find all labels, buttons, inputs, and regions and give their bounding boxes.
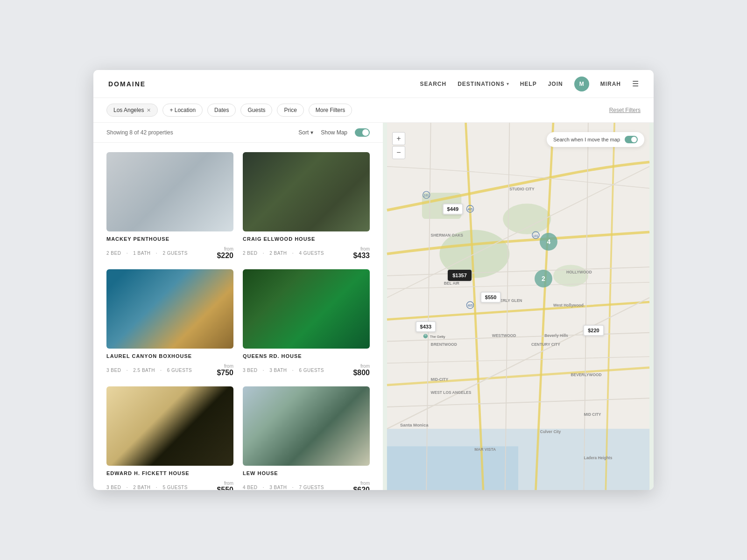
property-image-craig <box>243 152 370 231</box>
price-marker-p1[interactable]: $449 <box>443 203 463 215</box>
beds-edward: 3 BED <box>106 485 121 490</box>
property-title-craig: CRAIG ELLWOOD HOUSE <box>243 236 315 242</box>
app-window: DOMAINE SEARCH DESTINATIONS ▾ HELP JOIN … <box>93 70 654 490</box>
svg-rect-6 <box>387 446 518 490</box>
svg-text:CENTURY CITY: CENTURY CITY <box>531 342 560 347</box>
add-location-label: + Location <box>169 107 196 113</box>
svg-point-4 <box>553 265 588 287</box>
price-col-mackey: from $220 <box>217 246 233 260</box>
property-card-lew[interactable]: LEW HOUSE 4 BED · 3 BATH · 7 GUESTS from… <box>243 386 370 490</box>
location-filter-chip[interactable]: Los Angeles ✕ <box>106 104 158 117</box>
svg-text:101: 101 <box>533 234 538 238</box>
left-panel: Showing 8 of 42 properties Sort ▾ Show M… <box>93 123 383 490</box>
price-value-laurel: $750 <box>217 369 233 377</box>
results-count: Showing 8 of 42 properties <box>106 129 173 136</box>
price-marker-p3[interactable]: $550 <box>480 292 501 303</box>
dates-chip[interactable]: Dates <box>207 104 236 117</box>
search-move-toggle[interactable] <box>625 136 638 143</box>
property-card-queens[interactable]: QUEENS RD. HOUSE 3 BED · 3 BATH · 6 GUES… <box>243 269 370 377</box>
property-title-laurel: LAUREL CANYON BOXHOUSE <box>106 353 192 359</box>
from-label-queens: from <box>353 364 370 369</box>
show-map-label: Show Map <box>321 129 347 136</box>
property-card-laurel[interactable]: LAUREL CANYON BOXHOUSE 3 BED · 2.5 BATH … <box>106 269 233 377</box>
toggle-sm-knob <box>631 137 637 142</box>
cluster-marker-c2[interactable]: 2 <box>535 270 552 287</box>
property-card-edward[interactable]: EDWARD H. FICKETT HOUSE 3 BED · 2 BATH ·… <box>106 386 233 490</box>
svg-text:BRENTWOOD: BRENTWOOD <box>431 342 457 347</box>
zoom-in-button[interactable]: + <box>392 132 405 145</box>
nav-destinations[interactable]: DESTINATIONS ▾ <box>458 81 508 87</box>
map-svg: STUDIO CITY SHERMAN OAKS BEL AIR BEVERLY… <box>383 123 654 490</box>
price-chip[interactable]: Price <box>277 104 303 117</box>
price-value-edward: $550 <box>217 486 233 490</box>
nav-join[interactable]: JOIN <box>548 81 563 87</box>
more-filters-chip[interactable]: More Filters <box>309 104 352 117</box>
property-image-edward <box>106 386 233 466</box>
guests-queens: 6 GUESTS <box>299 368 324 373</box>
reset-filters-link[interactable]: Reset Filters <box>609 107 641 113</box>
property-card-craig[interactable]: CRAIG ELLWOOD HOUSE 2 BED · 2 BATH · 4 G… <box>243 152 370 260</box>
price-marker-p5[interactable]: $220 <box>583 325 604 336</box>
guests-craig: 4 GUESTS <box>299 251 324 256</box>
from-label-craig: from <box>353 246 370 252</box>
chevron-down-icon: ▾ <box>507 81 509 86</box>
property-card-mackey[interactable]: MACKEY PENTHOUSE 2 BED · 1 BATH · 2 GUES… <box>106 152 233 260</box>
from-label-lew: from <box>353 481 370 486</box>
property-meta-laurel: 3 BED · 2.5 BATH · 6 GUESTS <box>106 368 196 373</box>
from-label-mackey: from <box>217 246 233 252</box>
price-marker-p2[interactable]: $1357 <box>448 270 472 281</box>
property-title-edward: EDWARD H. FICKETT HOUSE <box>106 470 190 476</box>
results-right: Sort ▾ Show Map <box>298 128 370 137</box>
svg-text:Santa Monica: Santa Monica <box>400 423 429 427</box>
guests-chip[interactable]: Guests <box>240 104 272 117</box>
user-name[interactable]: MIRAH <box>600 81 621 87</box>
avatar[interactable]: M <box>574 77 589 91</box>
beds-mackey: 2 BED <box>106 251 121 256</box>
svg-text:G: G <box>424 334 426 336</box>
baths-queens: 3 BATH <box>269 368 287 373</box>
svg-text:The Getty: The Getty <box>430 335 445 339</box>
property-title-lew: LEW HOUSE <box>243 470 278 476</box>
svg-text:BEL AIR: BEL AIR <box>444 281 459 286</box>
price-col-lew: from $620 <box>353 481 370 490</box>
price-value-mackey: $220 <box>217 252 233 260</box>
logo: DOMAINE <box>108 80 146 88</box>
baths-mackey: 1 BATH <box>133 251 150 256</box>
svg-text:STUDIO CITY: STUDIO CITY <box>509 187 535 191</box>
guests-edward: 5 GUESTS <box>162 485 187 490</box>
baths-laurel: 2.5 BATH <box>133 368 155 373</box>
svg-text:MID-CITY: MID-CITY <box>431 377 449 382</box>
more-filters-label: More Filters <box>316 107 345 113</box>
show-map-toggle[interactable] <box>355 128 370 137</box>
beds-queens: 3 BED <box>243 368 257 373</box>
baths-lew: 3 BATH <box>269 485 287 490</box>
zoom-out-button[interactable]: − <box>392 146 405 159</box>
price-marker-p4[interactable]: $433 <box>416 321 436 332</box>
search-when-move-bar: Search when I move the map <box>547 132 644 147</box>
price-label: Price <box>284 107 296 113</box>
guests-mackey: 2 GUESTS <box>162 251 187 256</box>
svg-text:MID CITY: MID CITY <box>584 412 601 417</box>
svg-text:405: 405 <box>467 208 472 211</box>
nav-search[interactable]: SEARCH <box>420 81 447 87</box>
add-location-chip[interactable]: + Location <box>162 104 203 117</box>
price-value-craig: $433 <box>353 252 370 260</box>
guests-label: Guests <box>247 107 265 113</box>
hamburger-icon[interactable]: ☰ <box>632 79 639 88</box>
svg-text:WEST LOS ANGELES: WEST LOS ANGELES <box>431 390 472 395</box>
svg-text:Ladera Heights: Ladera Heights <box>584 455 613 460</box>
property-meta-lew: 4 BED · 3 BATH · 7 GUESTS <box>243 485 328 490</box>
sort-button[interactable]: Sort ▾ <box>298 129 313 136</box>
svg-text:101: 101 <box>424 194 429 197</box>
property-image-mackey <box>106 152 233 231</box>
beds-lew: 4 BED <box>243 485 257 490</box>
header: DOMAINE SEARCH DESTINATIONS ▾ HELP JOIN … <box>93 70 654 98</box>
svg-text:Beverly Hills: Beverly Hills <box>544 333 568 338</box>
property-title-mackey: MACKEY PENTHOUSE <box>106 236 169 242</box>
property-image-lew <box>243 386 370 466</box>
svg-text:West Hollywood: West Hollywood <box>553 303 584 308</box>
beds-laurel: 3 BED <box>106 368 121 373</box>
remove-location-icon[interactable]: ✕ <box>147 107 151 113</box>
nav-help[interactable]: HELP <box>520 81 537 87</box>
guests-lew: 7 GUESTS <box>299 485 324 490</box>
